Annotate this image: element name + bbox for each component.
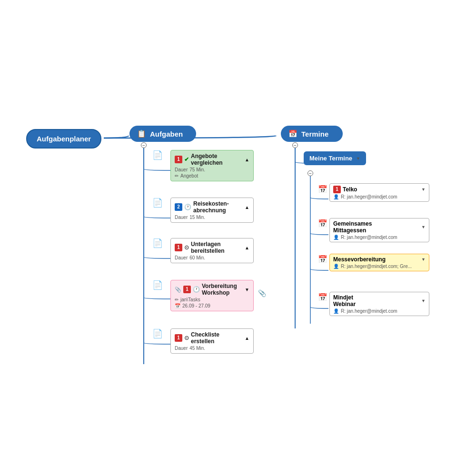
attendee-value-1: R: jan.heger@mindjet.com <box>341 194 397 199</box>
task-icon-2: 📄 <box>152 198 163 208</box>
tag-value-4: jan\Tasks <box>180 297 200 302</box>
priority-badge-3: 1 <box>175 244 182 251</box>
termine-arrow-1[interactable]: ▼ <box>421 187 426 192</box>
date-icon-4: 📅 <box>175 303 180 308</box>
priority-badge-5: 1 <box>175 334 182 342</box>
termine-icon-4: 📅 <box>318 293 327 302</box>
tag-icon-4: ✏ <box>175 297 178 302</box>
expand-icon-2[interactable]: ▲ <box>245 205 249 210</box>
termine-card-3[interactable]: Messevorbereitung ▼ 👤 R: jan.heger@mindj… <box>329 254 429 271</box>
task-title-2: Reisekosten-abrechnung <box>193 200 229 214</box>
dauer-label-5: Dauer <box>175 346 188 351</box>
task-title-5: Checklisteerstellen <box>191 331 219 345</box>
expand-icon-5[interactable]: ▲ <box>245 336 249 341</box>
attendee-value-4: R: jan.heger@mindjet.com <box>341 308 397 314</box>
task-title-1: Angebote vergleichen <box>191 153 243 166</box>
attendee-value-2: R: jan.heger@mindjet.com <box>341 235 397 240</box>
dauer-label-1: Dauer <box>175 167 188 172</box>
meine-termine-header[interactable]: Meine Termine ▼ <box>304 151 366 165</box>
status-icon-3: ⊙ <box>184 244 189 251</box>
dauer-label-3: Dauer <box>175 255 188 260</box>
termine-arrow-4[interactable]: ▼ <box>421 298 426 303</box>
priority-badge-4: 1 <box>183 286 191 293</box>
attendee-icon-2: 👤 <box>333 235 339 240</box>
termine-icon-1: 📅 <box>318 185 327 194</box>
termine-icon: 📅 <box>288 129 298 138</box>
priority-badge-2: 2 <box>175 203 182 211</box>
task-card-2[interactable]: 2 🕐 Reisekosten-abrechnung ▲ Dauer 15 Mi… <box>170 198 254 223</box>
aufgaben-collapse[interactable]: − <box>141 142 147 148</box>
termine-card-1[interactable]: 1 Telko ▼ 👤 R: jan.heger@mindjet.com <box>329 183 429 202</box>
dauer-value-5: 45 Min. <box>189 346 205 351</box>
termine-icon-2: 📅 <box>318 219 327 228</box>
termine-header[interactable]: 📅 Termine <box>281 126 343 142</box>
meine-termine-label: Meine Termine <box>309 155 352 162</box>
termine-label: Termine <box>301 130 328 138</box>
task-icon-5: 📄 <box>152 328 163 339</box>
dauer-label-2: Dauer <box>175 215 188 220</box>
aufgaben-header[interactable]: 📋 Aufgaben <box>129 126 196 142</box>
dauer-value-3: 60 Min. <box>189 255 205 260</box>
task-icon-4: 📄 <box>152 280 163 290</box>
aufgaben-label: Aufgaben <box>150 130 183 138</box>
tag-icon-1: ✏ <box>175 173 178 178</box>
meine-termine-collapse[interactable]: − <box>307 170 313 176</box>
termine-icon-3: 📅 <box>318 255 327 264</box>
termine-title-2: GemeinsamesMittagessen <box>333 220 372 234</box>
termine-card-2[interactable]: GemeinsamesMittagessen ▼ 👤 R: jan.heger@… <box>329 218 429 242</box>
termine-card-4[interactable]: MindjetWebinar ▼ 👤 R: jan.heger@mindjet.… <box>329 292 429 316</box>
tag-value-1: Angebot <box>180 173 198 178</box>
expand-icon-3[interactable]: ▲ <box>245 245 249 250</box>
priority-badge-1: 1 <box>175 156 182 163</box>
status-icon-4: 🕐 <box>193 286 200 293</box>
task-card-5[interactable]: 1 ⊙ Checklisteerstellen ▲ Dauer 45 Min. <box>170 328 254 354</box>
task-card-1[interactable]: 1 ✔ Angebote vergleichen ▲ Dauer 75 Min.… <box>170 150 254 181</box>
termine-title-3: Messevorbereitung <box>333 256 386 263</box>
task-card-4[interactable]: 📎 1 🕐 Vorbereitung Workshop ▼ ✏ jan\Task… <box>170 280 254 311</box>
meine-termine-arrow[interactable]: ▼ <box>356 156 360 161</box>
aufgaben-icon: 📋 <box>137 129 146 138</box>
termine-priority-1: 1 <box>333 186 341 193</box>
task-icon-3: 📄 <box>152 238 163 248</box>
date-value-4: 26.09 - 27.09 <box>182 303 210 308</box>
attendee-value-3: R: jan.heger@mindjet.com; Gre... <box>341 264 412 269</box>
expand-icon-4[interactable]: ▼ <box>245 287 249 292</box>
termine-arrow-2[interactable]: ▼ <box>421 225 426 229</box>
task-icon-1: 📄 <box>152 150 163 160</box>
termine-collapse[interactable]: − <box>292 142 298 148</box>
task-card-3[interactable]: 1 ⊙ Unterlagenbereitstellen ▲ Dauer 60 M… <box>170 238 254 263</box>
attendee-icon-4: 👤 <box>333 308 339 314</box>
attendee-icon-3: 👤 <box>333 264 339 269</box>
task-title-4: Vorbereitung Workshop <box>202 283 243 296</box>
termine-title-4: MindjetWebinar <box>333 294 356 307</box>
status-icon-2: 🕐 <box>184 204 191 210</box>
termine-arrow-3[interactable]: ▼ <box>421 257 426 262</box>
attendee-icon-1: 👤 <box>333 194 339 199</box>
root-node: Aufgabenplaner <box>26 129 101 149</box>
status-icon-1: ✔ <box>184 156 189 163</box>
task-title-3: Unterlagenbereitstellen <box>191 241 225 254</box>
termine-title-1: Telko <box>343 186 357 193</box>
attachment-icon-4: 📎 <box>175 287 181 293</box>
dauer-value-1: 75 Min. <box>189 167 205 172</box>
attachment-indicator-4: 📎 <box>258 289 266 297</box>
status-icon-5: ⊙ <box>184 335 189 341</box>
dauer-value-2: 15 Min. <box>189 215 205 220</box>
expand-icon-1[interactable]: ▲ <box>245 157 249 162</box>
